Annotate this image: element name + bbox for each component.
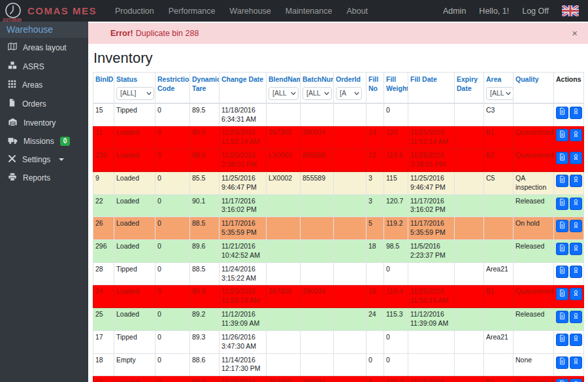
quality-button[interactable] — [570, 175, 582, 187]
details-button[interactable] — [556, 356, 568, 369]
filter-select-blendname[interactable]: [ALL — [269, 87, 299, 100]
quality-button[interactable] — [570, 288, 582, 300]
quality-button[interactable] — [570, 379, 582, 382]
nav-item-about[interactable]: About — [346, 7, 368, 16]
sort-link-dynamic-tare[interactable]: Dynamic Tare — [192, 75, 217, 94]
sort-link-blendname[interactable]: BlendName — [269, 75, 298, 84]
details-button[interactable] — [556, 334, 568, 346]
details-button[interactable] — [556, 311, 568, 323]
sort-link-fill-no[interactable]: Fill No — [368, 75, 382, 94]
sort-link-batchnum[interactable]: BatchNum — [302, 75, 331, 84]
quality-button[interactable] — [570, 356, 582, 369]
cell-order — [334, 353, 367, 376]
cell-tare: 89.2 — [190, 308, 220, 331]
cell-bin: 9 — [93, 171, 114, 194]
quality-button[interactable] — [570, 311, 582, 323]
sidebar-item-areas-layout[interactable]: Areas layout — [0, 38, 88, 57]
details-button[interactable] — [556, 129, 568, 141]
details-button[interactable] — [556, 152, 568, 164]
sort-link-area[interactable]: Area — [486, 75, 511, 84]
sort-link-status[interactable]: Status — [116, 75, 153, 84]
sidebar-item-settings[interactable]: Settings — [0, 150, 88, 169]
sort-link-binid[interactable]: BinID — [95, 75, 112, 84]
cell-restriction: 0 — [155, 126, 190, 149]
cell-expiry — [455, 330, 484, 353]
nav-item-production[interactable]: Production — [115, 7, 154, 16]
truck-icon — [8, 136, 18, 147]
cell-batch — [301, 353, 334, 376]
quality-button[interactable] — [570, 266, 582, 278]
cell-restriction: 0 — [155, 240, 190, 263]
tools-icon — [8, 154, 16, 165]
filter-select-orderid[interactable]: [A — [336, 87, 362, 100]
details-button[interactable] — [556, 288, 568, 300]
cell-blend — [267, 308, 301, 331]
cell-fill-weight: 120.7 — [384, 194, 408, 217]
cell-order — [334, 262, 367, 285]
cell-restriction: 0 — [155, 149, 190, 172]
sort-link-orderid[interactable]: OrderId — [336, 75, 364, 84]
quality-button[interactable] — [570, 334, 582, 346]
nav-item-hello-user[interactable]: Hello, 1! — [479, 7, 509, 16]
close-icon[interactable]: × — [572, 29, 578, 37]
cell-actions — [554, 308, 584, 331]
cell-order — [334, 126, 367, 149]
quality-button[interactable] — [570, 220, 582, 232]
missions-count-badge: 0 — [60, 137, 71, 146]
filter-select-status[interactable]: [ALL] — [116, 87, 154, 100]
quality-button[interactable] — [570, 243, 582, 255]
details-button[interactable] — [556, 220, 568, 232]
sidebar-item-areas[interactable]: Areas — [0, 76, 88, 94]
cell-order — [334, 376, 367, 382]
cell-status: Loaded — [114, 149, 155, 172]
details-button[interactable] — [556, 266, 568, 278]
sidebar-item-orders[interactable]: Orders — [0, 94, 88, 113]
cell-change-date: 11/12/2016 11:39:09 AM — [220, 308, 267, 331]
sort-link-change-date[interactable]: Change Date — [221, 75, 264, 84]
details-button[interactable] — [556, 379, 568, 382]
cell-bin: 26 — [93, 217, 114, 240]
nav-item-logoff[interactable]: Log Off — [522, 7, 549, 16]
award-icon — [572, 244, 580, 254]
details-button[interactable] — [556, 198, 568, 210]
quality-button[interactable] — [570, 198, 582, 210]
brand-title[interactable]: COMAS MES — [27, 5, 97, 16]
details-button[interactable] — [556, 107, 568, 119]
cell-status: Loaded — [114, 171, 155, 194]
sort-link-expiry-date[interactable]: Expiry Date — [457, 75, 482, 94]
sort-link-restriction-code[interactable]: Restriction Code — [157, 75, 188, 94]
cell-area: C3 — [484, 103, 514, 126]
details-button[interactable] — [556, 175, 568, 187]
cell-blend — [267, 217, 301, 240]
sidebar-item-reports[interactable]: Reports — [0, 169, 88, 187]
cell-fill-date: 11/25/2016 9:46:47 PM — [408, 171, 455, 194]
nav-item-maintenance[interactable]: Maintenance — [286, 7, 333, 16]
nav-item-performance[interactable]: Performance — [169, 7, 216, 16]
sidebar-item-asrs[interactable]: ASRS — [0, 57, 88, 76]
quality-button[interactable] — [570, 107, 582, 119]
sidebar-item-inventory[interactable]: Inventory — [0, 113, 88, 132]
sort-link-quality[interactable]: Quality — [515, 75, 551, 84]
details-button[interactable] — [556, 243, 568, 255]
award-icon — [572, 153, 580, 164]
nav-item-admin[interactable]: Admin — [443, 7, 466, 16]
nav-item-warehouse[interactable]: Warehouse — [229, 7, 270, 16]
quality-button[interactable] — [570, 129, 582, 141]
filter-select-batchnum[interactable]: [ALL — [302, 87, 332, 100]
award-icon — [572, 334, 580, 345]
file-text-icon — [559, 289, 566, 300]
sort-link-actions: Actions — [556, 75, 581, 84]
chevron-down-icon — [353, 89, 359, 98]
uk-flag-icon[interactable] — [562, 5, 579, 16]
filter-select-area[interactable]: [ALL — [486, 87, 514, 100]
sort-link-fill-weight[interactable]: Fill Weight — [386, 75, 406, 94]
sort-link-fill-date[interactable]: Fill Date — [410, 75, 452, 84]
sidebar-item-missions[interactable]: Missions 0 — [0, 132, 88, 150]
cell-actions — [554, 262, 584, 285]
cell-restriction: 0 — [155, 262, 190, 285]
cell-quality — [514, 330, 554, 353]
cell-fill-date: 11/25/2016 11:55:19 AM — [408, 285, 455, 308]
quality-button[interactable] — [570, 152, 582, 164]
filter-value: [A — [340, 89, 346, 98]
table-row: 17Tipped089.311/26/2016 3:47:30 AM0Area2… — [93, 330, 584, 353]
